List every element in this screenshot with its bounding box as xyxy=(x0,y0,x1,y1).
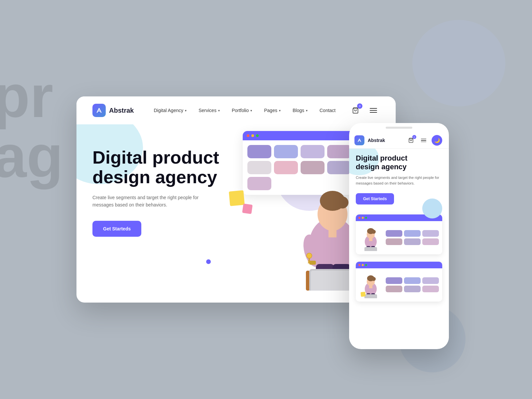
mobile-grid-cell xyxy=(404,286,421,292)
svg-rect-22 xyxy=(308,261,311,262)
svg-point-20 xyxy=(307,253,312,258)
mobile-grid-cell xyxy=(422,277,439,284)
hero-description: Create live segments and target the righ… xyxy=(92,194,219,209)
cta-button[interactable]: Get Starteds xyxy=(92,221,141,237)
svg-rect-37 xyxy=(369,286,372,288)
nav-pages[interactable]: Pages ▾ xyxy=(264,108,281,113)
moon-icon: 🌙 xyxy=(434,138,440,143)
window-dot-red xyxy=(358,217,360,219)
chevron-icon: ▾ xyxy=(218,109,220,112)
mobile-person-bottom xyxy=(359,272,382,298)
mobile-calendar-content-bottom xyxy=(356,268,442,302)
mobile-hamburger-button[interactable] xyxy=(419,136,428,145)
mobile-hero: Digital product design agency Create liv… xyxy=(349,149,449,349)
chevron-icon: ▾ xyxy=(250,109,252,112)
logo-icon xyxy=(92,104,106,117)
svg-rect-32 xyxy=(364,247,377,251)
window-dot-green xyxy=(256,134,259,137)
hamburger-menu-button[interactable] xyxy=(367,104,380,117)
window-dot-yellow xyxy=(362,264,364,266)
svg-rect-29 xyxy=(369,238,372,241)
mobile-grid-cell xyxy=(422,230,439,237)
mobile-grid-bottom xyxy=(386,277,439,292)
mobile-cart-badge: 0 xyxy=(412,135,416,139)
hero-section: Digital product design agency Create liv… xyxy=(76,124,396,291)
mobile-calendar-content-top xyxy=(356,221,442,254)
hero-title: Digital product design agency xyxy=(92,148,252,187)
bg-shape-top-right xyxy=(412,20,505,106)
mobile-dark-mode-button[interactable]: 🌙 xyxy=(432,135,442,146)
cart-button[interactable]: 0 xyxy=(349,104,362,117)
mobile-grid-cell xyxy=(386,238,402,245)
mobile-sticky-note xyxy=(360,292,365,297)
menu-line xyxy=(370,108,377,109)
mobile-cart-button[interactable]: 0 xyxy=(406,136,416,145)
desktop-mockup: Abstrak Digital Agency ▾ Services ▾ Port… xyxy=(76,96,396,303)
mobile-grid-cell xyxy=(404,277,421,284)
mobile-logo-name: Abstrak xyxy=(368,138,403,143)
mobile-calendar-header-bottom xyxy=(356,262,442,268)
nav-actions: 0 xyxy=(349,104,380,117)
svg-point-6 xyxy=(336,197,348,208)
decorative-dot xyxy=(206,259,211,264)
svg-rect-17 xyxy=(311,271,354,291)
svg-point-36 xyxy=(372,277,376,281)
mobile-grid-cell xyxy=(404,238,421,245)
mobile-hero-description: Create live segments and target the righ… xyxy=(356,175,442,187)
window-dot-yellow xyxy=(251,134,254,137)
nav-services[interactable]: Services ▾ xyxy=(199,108,220,113)
mobile-grid-cell xyxy=(386,230,402,237)
chevron-icon: ▾ xyxy=(306,109,308,112)
menu-line xyxy=(370,112,377,113)
mobile-cta-button[interactable]: Get Starteds xyxy=(356,193,394,204)
mobile-calendar-card-bottom xyxy=(356,262,442,302)
svg-rect-40 xyxy=(364,294,377,298)
window-dot-green xyxy=(365,264,367,266)
mobile-grid-cell xyxy=(404,230,421,237)
mobile-mockup: Abstrak 0 🌙 xyxy=(349,123,449,349)
navbar: Abstrak Digital Agency ▾ Services ▾ Port… xyxy=(76,96,396,124)
nav-links: Digital Agency ▾ Services ▾ Portfolio ▾ … xyxy=(154,108,349,113)
cart-badge: 0 xyxy=(357,103,362,109)
chevron-icon: ▾ xyxy=(279,109,281,112)
svg-rect-23 xyxy=(308,262,310,263)
hero-content: Digital product design agency Create liv… xyxy=(92,141,252,237)
mobile-grid-top xyxy=(386,230,439,245)
mockups-container: Abstrak Digital Agency ▾ Services ▾ Port… xyxy=(76,96,396,303)
menu-line xyxy=(370,110,377,111)
menu-line xyxy=(421,142,426,142)
window-dot-red xyxy=(247,134,249,137)
logo-name: Abstrak xyxy=(109,107,134,114)
mobile-grid-cell xyxy=(386,277,402,284)
nav-blogs[interactable]: Blogs ▾ xyxy=(293,108,308,113)
menu-line xyxy=(421,139,426,139)
mobile-hero-title: Digital product design agency xyxy=(356,154,442,172)
background-text: prag xyxy=(0,66,63,186)
notch-bar xyxy=(386,127,412,129)
mobile-logo-icon xyxy=(354,135,364,145)
window-dot-green xyxy=(365,217,367,219)
mobile-hero-content: Digital product design agency Create liv… xyxy=(356,154,442,211)
window-dot-red xyxy=(358,264,360,266)
menu-line xyxy=(421,140,426,141)
calendar-header xyxy=(243,131,356,140)
mobile-grid-cell xyxy=(422,286,439,292)
window-dot-yellow xyxy=(362,217,364,219)
mobile-person-top xyxy=(359,224,382,251)
mobile-notch xyxy=(349,123,449,132)
mobile-grid-cell xyxy=(422,238,439,245)
svg-point-28 xyxy=(372,230,376,234)
logo[interactable]: Abstrak xyxy=(92,104,134,117)
mobile-calendar-card-top xyxy=(356,214,442,254)
nav-contact[interactable]: Contact xyxy=(320,108,335,113)
nav-digital-agency[interactable]: Digital Agency ▾ xyxy=(154,108,187,113)
nav-portfolio[interactable]: Portfolio ▾ xyxy=(232,108,252,113)
chevron-icon: ▾ xyxy=(185,109,187,112)
mobile-grid-cell xyxy=(386,286,402,292)
mobile-navbar: Abstrak 0 🌙 xyxy=(349,132,449,149)
svg-rect-7 xyxy=(329,227,336,237)
